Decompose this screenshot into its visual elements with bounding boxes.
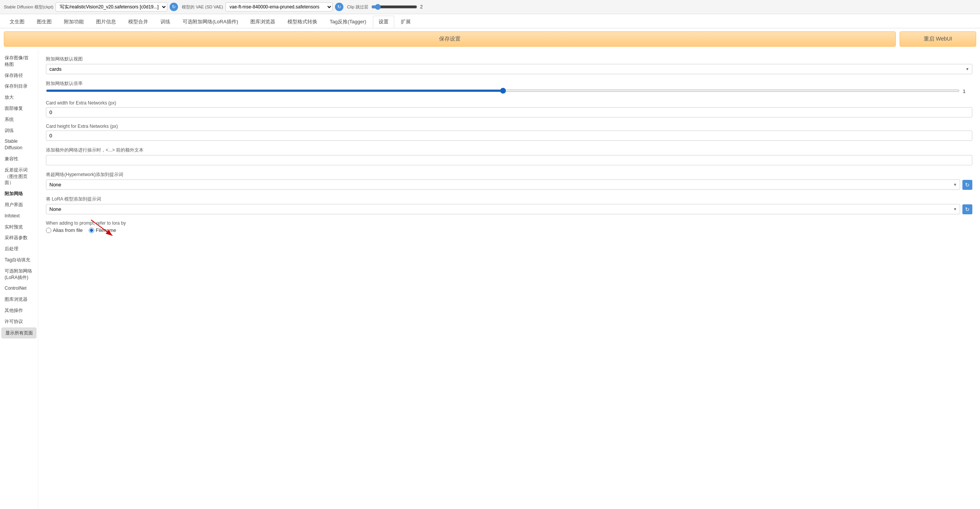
- settings-group-lora: 将 LoRA 模型添加到提示词 None ↻: [46, 196, 972, 214]
- settings-group-multiplier: 附加网络默认倍率 1: [46, 80, 972, 94]
- default-view-select-wrapper: cards: [46, 64, 972, 74]
- multiplier-slider[interactable]: [46, 90, 960, 92]
- tab-extras[interactable]: 附加功能: [58, 16, 90, 28]
- sidebar-item-negative-prompt[interactable]: 反差提示词（图生图页面）: [2, 165, 36, 188]
- tab-gallery[interactable]: 图库浏览器: [245, 16, 281, 28]
- radio-alias-input[interactable]: [46, 228, 51, 233]
- clip-label: Clip 跳过层: [347, 4, 368, 10]
- vae-section: 模型的 VAE (SD VAE) vae-ft-mse-840000-ema-p…: [182, 2, 343, 11]
- tab-merge[interactable]: 模型合并: [122, 16, 154, 28]
- sidebar-item-extra-networks[interactable]: 附加网络: [2, 189, 36, 199]
- sidebar-item-other-ops[interactable]: 其他操作: [2, 305, 36, 316]
- main-layout: 保存图像/首格图 保存路径 保存到目录 放大 面部修复 系统 训练 Stable…: [0, 50, 980, 509]
- tab-train[interactable]: 训练: [155, 16, 176, 28]
- vae-refresh-btn[interactable]: ↻: [335, 3, 343, 11]
- sidebar-item-sampler-params[interactable]: 采样器参数: [2, 233, 36, 243]
- radio-group-refer-by: Alias from file Filename: [46, 227, 972, 233]
- sidebar-item-tag-autocomplete[interactable]: Tag自动填充: [2, 255, 36, 265]
- sidebar-item-license[interactable]: 许可协议: [2, 316, 36, 327]
- radio-alias-from-file[interactable]: Alias from file: [46, 227, 83, 233]
- sidebar-item-postprocessing[interactable]: 后处理: [2, 244, 36, 254]
- default-view-label: 附加网络默认视图: [46, 56, 972, 62]
- sd-model-label: Stable Diffusion 模型(ckpt): [4, 4, 53, 10]
- radio-filename-label: Filename: [96, 227, 116, 233]
- sidebar-item-stable-diffusion[interactable]: Stable Diffusion: [2, 136, 36, 153]
- settings-group-hypernetwork: 将超网络(Hypernetwork)添加到提示词 None ↻: [46, 171, 972, 190]
- sidebar-item-live-preview[interactable]: 实时预览: [2, 222, 36, 232]
- sidebar-item-gallery-browser[interactable]: 图库浏览器: [2, 294, 36, 305]
- sidebar-item-save-image[interactable]: 保存图像/首格图: [2, 53, 36, 70]
- tab-tagger[interactable]: Tag反推(Tagger): [324, 16, 372, 28]
- tab-extensions[interactable]: 扩展: [395, 16, 416, 28]
- sd-model-section: Stable Diffusion 模型(ckpt) 写实/realisticVi…: [4, 2, 178, 11]
- nav-tabs: 文生图 图生图 附加功能 图片信息 模型合并 训练 可选附加网络(LoRA插件)…: [0, 14, 980, 28]
- sidebar-item-training[interactable]: 训练: [2, 126, 36, 136]
- sidebar-item-ui[interactable]: 用户界面: [2, 200, 36, 210]
- action-bar: 保存设置 重启 WebUI: [0, 28, 980, 50]
- vae-select[interactable]: vae-ft-mse-840000-ema-pruned.safetensors: [225, 2, 333, 11]
- tab-pnginfo[interactable]: 图片信息: [90, 16, 122, 28]
- extra-text-input[interactable]: [46, 155, 972, 165]
- lora-refresh-btn[interactable]: ↻: [962, 204, 972, 214]
- radio-filename-input[interactable]: [89, 228, 94, 233]
- sidebar-item-face-restore[interactable]: 面部修复: [2, 103, 36, 114]
- lora-select[interactable]: None: [46, 204, 960, 214]
- sidebar-item-infotext[interactable]: Infotext: [2, 211, 36, 221]
- restart-webui-button[interactable]: 重启 WebUI: [900, 31, 976, 47]
- save-settings-button[interactable]: 保存设置: [4, 31, 896, 47]
- settings-group-refer-by: When adding to prompt, refer to lora by …: [46, 220, 972, 233]
- clip-section: Clip 跳过层 2: [347, 4, 423, 10]
- top-bar: Stable Diffusion 模型(ckpt) 写实/realisticVi…: [0, 0, 980, 14]
- default-view-select[interactable]: cards: [46, 64, 972, 74]
- sidebar-item-show-all[interactable]: 显示所有页面: [2, 328, 36, 339]
- clip-slider[interactable]: [371, 4, 417, 10]
- sd-model-select[interactable]: 写实/realisticVision20_v20.safetensors [c0…: [56, 2, 167, 11]
- sidebar-item-save-to-dir[interactable]: 保存到目录: [2, 81, 36, 91]
- card-width-input[interactable]: 0: [46, 107, 972, 117]
- hypernetwork-refresh-btn[interactable]: ↻: [962, 180, 972, 190]
- hypernetwork-label: 将超网络(Hypernetwork)添加到提示词: [46, 171, 972, 178]
- lora-label: 将 LoRA 模型添加到提示词: [46, 196, 972, 202]
- settings-group-extra-text: 添加额外的网络进行操示时，<...> 前的额外文本: [46, 147, 972, 165]
- settings-group-default-view: 附加网络默认视图 cards: [46, 56, 972, 74]
- content-area: 附加网络默认视图 cards 附加网络默认倍率 1 Card width for…: [38, 50, 980, 509]
- tab-convert[interactable]: 模型格式转换: [282, 16, 323, 28]
- sidebar-item-save-path[interactable]: 保存路径: [2, 70, 36, 81]
- extra-text-label: 添加额外的网络进行操示时，<...> 前的额外文本: [46, 147, 972, 153]
- refer-by-label: When adding to prompt, refer to lora by: [46, 220, 972, 226]
- hypernetwork-select[interactable]: None: [46, 179, 960, 190]
- sidebar-item-compatibility[interactable]: 兼容性: [2, 154, 36, 164]
- sidebar-item-system[interactable]: 系统: [2, 114, 36, 125]
- multiplier-label: 附加网络默认倍率: [46, 80, 972, 87]
- tab-settings[interactable]: 设置: [373, 16, 394, 28]
- sidebar-item-lora-plugin[interactable]: 可选附加网络(LoRA插件): [2, 266, 36, 283]
- clip-value: 2: [420, 4, 423, 10]
- settings-group-card-width: Card width for Extra Networks (px) 0: [46, 100, 972, 117]
- card-height-label: Card height for Extra Networks (px): [46, 124, 972, 129]
- tab-img2img[interactable]: 图生图: [31, 16, 57, 28]
- sidebar-item-controlnet[interactable]: ControlNet: [2, 283, 36, 294]
- sidebar: 保存图像/首格图 保存路径 保存到目录 放大 面部修复 系统 训练 Stable…: [0, 50, 38, 509]
- tab-lora[interactable]: 可选附加网络(LoRA插件): [177, 16, 244, 28]
- tab-txt2img[interactable]: 文生图: [4, 16, 30, 28]
- radio-filename[interactable]: Filename: [89, 227, 116, 233]
- sd-model-refresh-btn[interactable]: ↻: [170, 3, 178, 11]
- card-height-input[interactable]: 0: [46, 131, 972, 141]
- card-width-label: Card width for Extra Networks (px): [46, 100, 972, 106]
- radio-alias-label: Alias from file: [53, 227, 83, 233]
- sidebar-item-upscale[interactable]: 放大: [2, 92, 36, 103]
- settings-group-card-height: Card height for Extra Networks (px) 0: [46, 124, 972, 141]
- vae-label: 模型的 VAE (SD VAE): [182, 4, 223, 10]
- multiplier-value: 1: [963, 88, 972, 94]
